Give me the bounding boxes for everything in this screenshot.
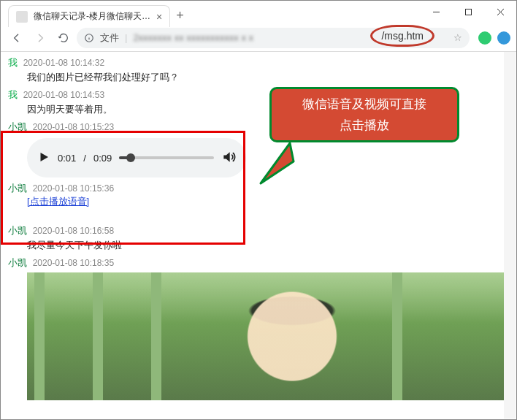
timestamp: 2020-01-08 10:14:32 — [23, 58, 104, 68]
info-icon — [84, 33, 94, 43]
audio-progress[interactable] — [119, 156, 214, 159]
callout-line: 点击播放 — [340, 117, 389, 134]
volume-icon[interactable] — [221, 150, 236, 167]
message-header: 我 2020-01-08 10:14:32 — [8, 56, 509, 69]
message-body: 我们的图片已经帮我们处理好了吗？ — [27, 71, 509, 84]
bookmark-star-icon[interactable]: ☆ — [453, 32, 462, 43]
audio-current-time: 0:01 — [58, 153, 76, 164]
minimize-button[interactable] — [420, 1, 452, 23]
extension-icons — [478, 31, 510, 45]
tab-favicon — [16, 11, 28, 23]
tab-title: 微信聊天记录-楼月微信聊天记录 — [34, 10, 150, 23]
message-body: 我尽量今天下午发你啦 — [27, 239, 509, 252]
maximize-button[interactable] — [452, 1, 484, 23]
audio-total-time: 0:09 — [93, 153, 112, 164]
sender-name: 小凯 — [8, 121, 27, 132]
timestamp: 2020-01-08 10:14:53 — [23, 90, 104, 100]
sender-name: 小凯 — [8, 183, 27, 194]
forward-button[interactable] — [30, 28, 50, 48]
back-button[interactable] — [7, 28, 27, 48]
extension-icon[interactable] — [478, 31, 491, 45]
callout-bubble: 微信语音及视频可直接 点击播放 — [269, 87, 459, 142]
timestamp: 2020-01-08 10:15:23 — [33, 122, 114, 132]
scrollbar[interactable] — [504, 52, 516, 419]
timestamp: 2020-01-08 10:15:36 — [33, 183, 114, 194]
new-tab-button[interactable]: + — [176, 8, 184, 23]
close-icon[interactable]: × — [156, 11, 162, 23]
timestamp: 2020-01-08 10:16:58 — [33, 226, 114, 236]
file-label: 文件 — [100, 31, 119, 45]
window-titlebar: 微信聊天记录-楼月微信聊天记录 × + — [1, 1, 516, 24]
url-bar: 文件 | 2xxxxxxx xx xxxxxxxxxxx x x /msg.ht… — [1, 24, 516, 52]
sender-name: 我 — [8, 57, 18, 68]
sender-name: 小凯 — [8, 225, 27, 236]
timestamp: 2020-01-08 10:18:35 — [33, 258, 114, 268]
close-window-button[interactable] — [484, 1, 516, 23]
url-highlight: /msg.htm — [370, 25, 434, 47]
play-voice-link[interactable]: [点击播放语音] — [27, 195, 509, 208]
svg-rect-1 — [465, 9, 471, 15]
reload-button[interactable] — [53, 28, 74, 48]
audio-separator: / — [83, 153, 86, 164]
message-header: 小凯 2020-01-08 10:16:58 — [8, 224, 509, 237]
audio-player[interactable]: 0:01 / 0:09 — [27, 138, 246, 177]
callout-line: 微信语音及视频可直接 — [302, 96, 426, 112]
chat-image[interactable] — [27, 272, 509, 400]
window-controls — [420, 1, 516, 23]
sender-name: 我 — [8, 89, 18, 100]
extension-icon[interactable] — [497, 31, 510, 45]
sender-name: 小凯 — [8, 257, 27, 268]
message-header: 小凯 2020-01-08 10:18:35 — [8, 256, 509, 270]
progress-thumb[interactable] — [126, 153, 135, 162]
play-icon[interactable] — [37, 150, 50, 166]
address-bar[interactable]: 文件 | 2xxxxxxx xx xxxxxxxxxxx x x /msg.ht… — [77, 28, 470, 48]
browser-tab[interactable]: 微信聊天记录-楼月微信聊天记录 × — [8, 5, 170, 27]
